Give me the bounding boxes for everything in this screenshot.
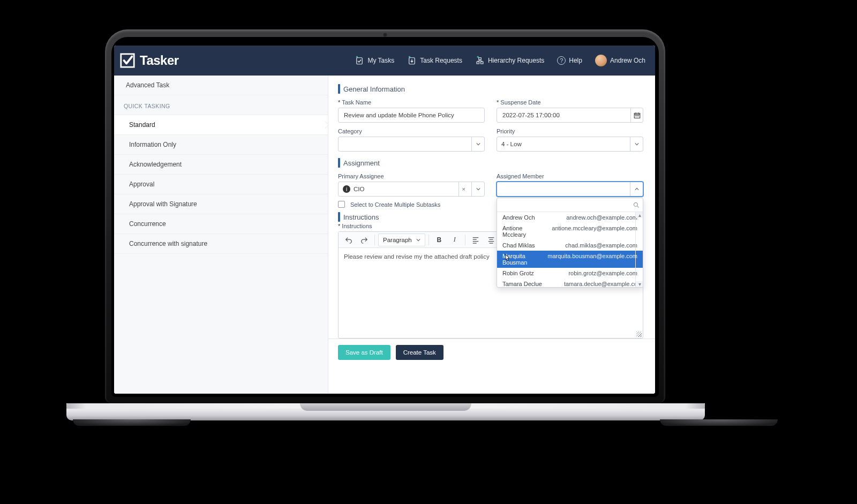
search-icon: [633, 202, 640, 208]
dropdown-option-email: chad.miklas@example.com: [565, 242, 637, 249]
toolbar-separator: [374, 235, 375, 245]
dropdown-option-email: marquita.bousman@example.com: [547, 253, 637, 266]
sidebar-item-information-only[interactable]: Information Only: [114, 135, 328, 155]
tasker-logo-icon: [119, 52, 136, 69]
nav-hierarchy-requests[interactable]: Hierarchy Requests: [475, 56, 544, 65]
primary-assignee-value: CIO: [354, 186, 455, 192]
clear-icon[interactable]: ×: [458, 182, 468, 196]
toolbar-separator: [428, 235, 429, 245]
dropdown-option[interactable]: Andrew Ochandrew.och@example.com: [497, 212, 643, 223]
sidebar-item-concurrence-with-signature[interactable]: Concurrence with signature: [114, 234, 328, 254]
dropdown-option-name: Chad Miklas: [502, 242, 535, 249]
form-footer: Save as Draft Create Task: [328, 338, 655, 365]
app-logo: Tasker: [119, 52, 179, 69]
main-content: General Information Task Name Suspense D…: [328, 76, 655, 394]
webcam-dot: [383, 33, 387, 37]
chevron-down-icon: [630, 137, 643, 151]
redo-button[interactable]: [357, 234, 371, 246]
label-task-name: Task Name: [338, 99, 485, 106]
dropdown-search-input[interactable]: [500, 201, 631, 209]
hierarchy-icon: [475, 56, 485, 65]
bold-button[interactable]: B: [432, 234, 446, 246]
save-as-draft-button[interactable]: Save as Draft: [338, 345, 390, 360]
multiple-subtasks-checkbox[interactable]: [338, 201, 345, 208]
primary-assignee-select[interactable]: i CIO ×: [338, 182, 485, 197]
dropdown-option[interactable]: Chad Miklaschad.miklas@example.com: [497, 240, 643, 251]
svg-point-13: [634, 202, 638, 206]
chevron-down-icon: [416, 238, 420, 242]
dropdown-search[interactable]: [497, 198, 643, 212]
suspense-date-field[interactable]: [501, 111, 630, 119]
label-suspense-date: Suspense Date: [497, 99, 643, 106]
dropdown-option[interactable]: Robin Grotzrobin.grotz@example.com: [497, 268, 643, 279]
chevron-up-icon: [630, 182, 643, 196]
nav-label: Task Requests: [420, 57, 462, 64]
sidebar-item-approval-with-signature[interactable]: Approval with Signature: [114, 194, 328, 214]
priority-select[interactable]: 4 - Low: [497, 137, 643, 152]
paragraph-style-label: Paragraph: [383, 237, 412, 243]
dropdown-option-name: Tamara Declue: [502, 281, 542, 287]
svg-rect-6: [479, 58, 482, 60]
scroll-down-icon[interactable]: ▾: [636, 281, 643, 287]
assigned-member-select[interactable]: [497, 182, 643, 197]
sidebar: Advanced Task QUICK TASKING StandardInfo…: [114, 76, 328, 394]
paragraph-style-select[interactable]: Paragraph: [378, 234, 425, 246]
nav-help[interactable]: ? Help: [557, 56, 582, 65]
dropdown-option-name: Antione Mccleary: [502, 225, 545, 238]
user-name: Andrew Och: [610, 57, 645, 64]
align-center-button[interactable]: [484, 234, 498, 246]
dropdown-option[interactable]: Antione Mcclearyantione.mccleary@example…: [497, 223, 643, 240]
section-title-general: General Information: [338, 84, 643, 94]
info-icon: i: [343, 185, 350, 193]
resize-grip-icon[interactable]: [636, 332, 642, 337]
label-priority: Priority: [497, 128, 643, 134]
undo-button[interactable]: [342, 234, 356, 246]
nav-user[interactable]: Andrew Och: [595, 55, 645, 66]
sidebar-item-standard[interactable]: Standard: [114, 115, 328, 135]
dropdown-option-email: tamara.declue@example.co: [564, 281, 637, 287]
nav-label: Help: [569, 57, 582, 64]
sidebar-item-concurrence[interactable]: Concurrence: [114, 214, 328, 234]
sidebar-item-advanced-task[interactable]: Advanced Task: [114, 76, 328, 95]
create-task-button[interactable]: Create Task: [396, 345, 443, 360]
italic-button[interactable]: I: [448, 234, 462, 246]
toolbar-separator: [465, 235, 465, 245]
label-category: Category: [338, 128, 485, 134]
task-name-field[interactable]: [343, 111, 480, 119]
calendar-icon[interactable]: [630, 108, 643, 122]
nav-label: Hierarchy Requests: [488, 57, 544, 64]
task-name-input[interactable]: [338, 108, 485, 123]
svg-rect-11: [636, 115, 637, 116]
dropdown-option-email: antione.mccleary@example.com: [552, 225, 637, 238]
chevron-down-icon: [471, 182, 484, 196]
scroll-up-icon[interactable]: ▴: [636, 212, 643, 218]
dropdown-option[interactable]: Tamara Decluetamara.declue@example.co: [497, 279, 643, 287]
svg-rect-10: [635, 115, 636, 116]
dropdown-option[interactable]: Marquita Bousmanmarquita.bousman@example…: [497, 251, 643, 268]
dropdown-option-email: robin.grotz@example.com: [568, 270, 637, 276]
clipboard-arrow-icon: [407, 56, 417, 65]
sidebar-item-approval[interactable]: Approval: [114, 175, 328, 194]
section-title-assignment: Assignment: [338, 158, 643, 168]
label-assigned-member: Assigned Member: [497, 173, 643, 179]
sidebar-heading: QUICK TASKING: [114, 95, 328, 115]
dropdown-list: Andrew Ochandrew.och@example.comAntione …: [497, 212, 643, 287]
app-top-bar: Tasker My Tasks: [114, 46, 655, 76]
align-left-button[interactable]: [469, 234, 483, 246]
svg-rect-8: [480, 62, 483, 64]
category-select[interactable]: [338, 137, 485, 152]
assigned-member-dropdown: Andrew Ochandrew.och@example.comAntione …: [497, 198, 643, 288]
dropdown-option-name: Robin Grotz: [502, 270, 534, 276]
sidebar-item-acknowledgement[interactable]: Acknowledgement: [114, 155, 328, 175]
dropdown-option-email: andrew.och@example.com: [566, 214, 637, 221]
priority-value: 4 - Low: [501, 141, 522, 147]
instructions-text: Please review and revise my the attached…: [344, 253, 490, 260]
svg-rect-12: [638, 115, 639, 116]
chevron-down-icon: [471, 137, 484, 151]
avatar: [595, 55, 607, 66]
app-name: Tasker: [140, 53, 179, 68]
suspense-date-input[interactable]: [497, 108, 643, 123]
nav-my-tasks[interactable]: My Tasks: [355, 56, 394, 65]
nav-task-requests[interactable]: Task Requests: [407, 56, 462, 65]
label-primary-assignee: Primary Assignee: [338, 173, 485, 179]
